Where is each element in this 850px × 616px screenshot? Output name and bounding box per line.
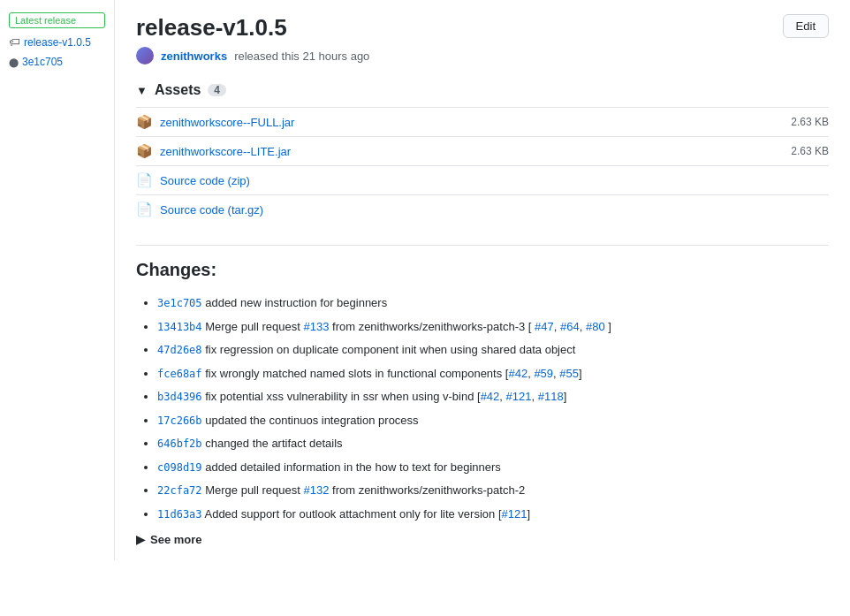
release-description: released this 21 hours ago [234,49,369,63]
asset-item: 📄 Source code (zip) [136,165,829,194]
commit-text: fix potential xss vulnerability in ssr w… [205,390,480,403]
commit-list-item: 3e1c705 added new instruction for beginn… [157,294,829,312]
commit-list-item: 11d63a3 Added support for outlook attach… [157,506,829,523]
commit-hash-link[interactable]: 646bf2b [157,437,202,450]
commit-text3: ] [527,507,530,521]
asset-link[interactable]: zenithworkscore--LITE.jar [160,145,291,158]
sidebar: Latest release 🏷 release-v1.0.5 ⬤ 3e1c70… [0,0,115,560]
asset-type-icon: 📄 [136,202,153,217]
issue-ref-link[interactable]: #121 [506,390,532,403]
issue-ref-link[interactable]: #42 [508,367,527,380]
issue-ref-link[interactable]: #55 [559,367,579,380]
commit-text3: ] [564,390,567,403]
tag-icon: 🏷 [9,35,20,49]
asset-type-icon: 📦 [136,114,153,130]
commit-hash-link[interactable]: 47d26e8 [157,344,202,356]
commit-text3: ] [605,320,611,333]
commit-list-item: c098d19 added detailed information in th… [157,459,829,476]
issue-ref-link[interactable]: #121 [502,507,527,521]
asset-link[interactable]: Source code (tar.gz) [160,203,263,217]
commit-hash-link[interactable]: b3d4396 [157,391,202,403]
assets-title: Assets [155,82,201,98]
commit-text: added detailed information in the how to… [205,460,501,474]
issue-ref-link[interactable]: #64 [560,320,580,333]
chevron-down-icon: ▼ [136,84,148,97]
author-link[interactable]: zenithworks [161,49,227,63]
commit-hash-link[interactable]: 17c266b [157,414,202,427]
assets-section: ▼ Assets 4 📦 zenithworkscore--FULL.jar 2… [136,82,829,224]
commit-list-item: fce68af fix wrongly matched named slots … [157,365,829,383]
commit-list: 3e1c705 added new instruction for beginn… [136,294,829,522]
commit-hash-link[interactable]: fce68af [157,368,202,380]
asset-type-icon: 📦 [136,143,153,159]
commit-text: updated the continuos integration proces… [205,414,418,427]
chevron-right-icon: ▶ [136,533,145,546]
assets-count: 4 [208,84,226,96]
see-more-row[interactable]: ▶ See more [136,533,829,546]
issue-ref-link[interactable]: #47 [535,320,554,333]
commit-hash-link[interactable]: 13413b4 [157,321,202,333]
release-header: release-v1.0.5 Edit [136,14,829,42]
release-meta: zenithworks released this 21 hours ago [136,47,829,65]
asset-left: 📦 zenithworkscore--LITE.jar [136,143,291,159]
asset-left: 📦 zenithworkscore--FULL.jar [136,114,294,130]
main-content: release-v1.0.5 Edit zenithworks released… [115,0,850,560]
commit-text2: from zenithworks/zenithworks-patch-2 [329,483,525,497]
commit-text: Added support for outlook attachment onl… [204,507,501,521]
commit-text: changed the artifact details [205,437,342,450]
commit-list-item: 22cfa72 Merge pull request #132 from zen… [157,482,829,499]
asset-type-icon: 📄 [136,172,153,188]
asset-left: 📄 Source code (zip) [136,172,250,188]
issue-ref-link[interactable]: #59 [534,367,553,380]
commit-text: fix regression on duplicate component in… [205,343,575,356]
commit-text2: from zenithworks/zenithworks-patch-3 [ [329,320,531,333]
commit-list-item: 17c266b updated the continuos integratio… [157,412,829,430]
asset-link[interactable]: Source code (zip) [160,174,250,187]
commit-icon: ⬤ [9,57,19,67]
avatar [136,47,154,65]
sidebar-commit-hash: 3e1c705 [22,56,63,68]
commit-list-item: 13413b4 Merge pull request #133 from zen… [157,318,829,336]
commit-text: Merge pull request [205,483,303,497]
changes-section: Changes: 3e1c705 added new instruction f… [136,245,829,546]
commit-text: Merge pull request [205,320,303,333]
commit-text: fix wrongly matched named slots in funct… [205,367,508,380]
assets-list: 📦 zenithworkscore--FULL.jar 2.63 KB 📦 ze… [136,107,829,224]
commit-list-item: b3d4396 fix potential xss vulnerability … [157,388,829,406]
issue-ref-link[interactable]: #118 [538,390,564,403]
asset-item: 📦 zenithworkscore--FULL.jar 2.63 KB [136,107,829,136]
changes-title: Changes: [136,260,829,280]
edit-button[interactable]: Edit [783,14,829,38]
sidebar-commit-row[interactable]: ⬤ 3e1c705 [9,56,105,68]
commit-text: added new instruction for beginners [205,296,387,309]
commit-list-item: 646bf2b changed the artifact details [157,435,829,452]
sidebar-tag-name: release-v1.0.5 [24,36,91,49]
asset-left: 📄 Source code (tar.gz) [136,202,263,217]
asset-size: 2.63 KB [791,145,829,157]
commit-list-item: 47d26e8 fix regression on duplicate comp… [157,341,829,359]
issue-ref-link[interactable]: #42 [481,390,500,403]
see-more-label: See more [150,533,202,546]
commit-text3: ] [579,367,582,380]
release-title: release-v1.0.5 [136,14,287,42]
commit-hash-link[interactable]: 22cfa72 [157,484,202,497]
latest-release-badge: Latest release [9,12,105,28]
commit-hash-link[interactable]: 3e1c705 [157,297,202,309]
commit-hash-link[interactable]: c098d19 [157,461,202,474]
asset-item: 📄 Source code (tar.gz) [136,194,829,224]
sidebar-tag-row[interactable]: 🏷 release-v1.0.5 [9,35,105,49]
commit-hash-link[interactable]: 11d63a3 [157,508,202,521]
asset-link[interactable]: zenithworkscore--FULL.jar [160,116,294,129]
issue-ref-link[interactable]: #80 [586,320,605,333]
asset-item: 📦 zenithworkscore--LITE.jar 2.63 KB [136,136,829,165]
asset-size: 2.63 KB [791,116,829,128]
pr-link[interactable]: #132 [303,483,329,497]
pr-link[interactable]: #133 [303,320,329,333]
assets-header[interactable]: ▼ Assets 4 [136,82,829,98]
